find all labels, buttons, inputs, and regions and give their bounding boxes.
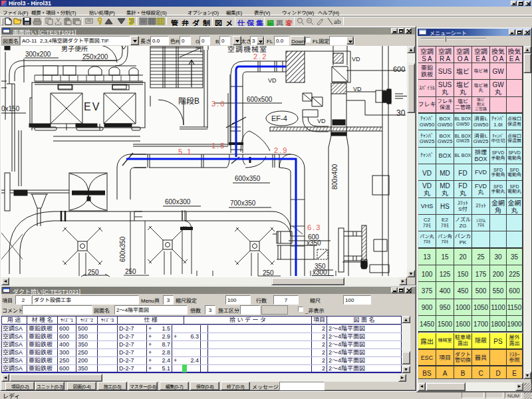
svg-text:男子便所: 男子便所 [61,46,88,53]
svg-text:600x350: 600x350 [117,236,127,262]
svg-text:700x350: 700x350 [230,198,256,207]
svg-text:3.0: 3.0 [211,98,225,108]
svg-text:VD: VD [352,55,360,63]
svg-text:1.5: 1.5 [211,140,225,150]
svg-text:600x350: 600x350 [235,173,261,183]
svg-text:2.9: 2.9 [274,144,288,155]
svg-text:600: 600 [393,63,405,74]
svg-text:2.2: 2.2 [253,51,267,61]
svg-text:0x150: 0x150 [1,103,20,113]
svg-text:EF-4: EF-4 [271,112,287,123]
svg-text:5.1: 5.1 [178,146,192,156]
svg-text:250: 250 [125,266,136,276]
svg-text:600x500: 600x500 [247,94,273,104]
svg-text:600x300: 600x300 [165,196,191,206]
svg-text:6.3: 6.3 [307,221,321,232]
svg-text:VD: VD [317,116,326,125]
svg-text:VD: VD [268,76,277,84]
svg-text:x300: x300 [313,267,327,277]
svg-text:階段B: 階段B [178,94,200,106]
svg-text:EV: EV [84,98,100,114]
svg-text:30: 30 [396,106,406,118]
svg-text:800x400: 800x400 [329,164,339,190]
svg-text:300x200: 300x200 [25,49,51,59]
